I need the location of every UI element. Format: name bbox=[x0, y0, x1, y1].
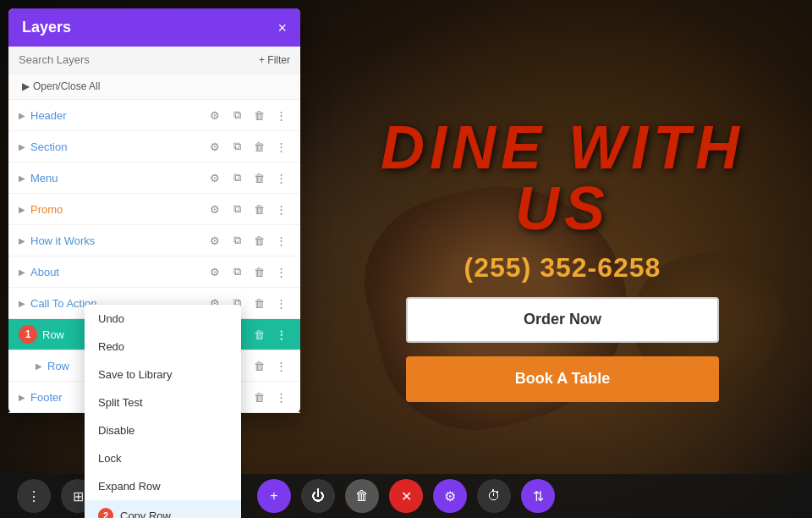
sliders-button[interactable]: ⇅ bbox=[521, 479, 555, 513]
more-icon[interactable]: ⋮ bbox=[272, 106, 290, 124]
layers-close-button[interactable]: × bbox=[277, 20, 287, 36]
settings-icon[interactable]: ⚙ bbox=[206, 137, 224, 156]
copy-icon[interactable]: ⧉ bbox=[228, 231, 246, 250]
chevron-icon: ▶ bbox=[19, 393, 30, 402]
badge-1: 1 bbox=[19, 325, 37, 344]
chevron-icon: ▶ bbox=[19, 267, 30, 277]
ctx-copy-row[interactable]: 2 Copy Row bbox=[85, 500, 241, 518]
more-icon[interactable]: ⋮ bbox=[272, 388, 290, 406]
layers-title: Layers bbox=[22, 19, 71, 36]
layer-name-promo: Promo bbox=[30, 203, 206, 216]
more-icon[interactable]: ⋮ bbox=[272, 200, 290, 218]
layer-name-section: Section bbox=[30, 141, 206, 153]
add-button[interactable]: + bbox=[257, 479, 291, 513]
layer-item-promo[interactable]: ▶ Promo ⚙ ⧉ 🗑 ⋮ bbox=[8, 194, 300, 225]
delete-icon[interactable]: 🗑 bbox=[250, 137, 268, 156]
chevron-icon: ▶ bbox=[19, 205, 30, 214]
more-icon[interactable]: ⋮ bbox=[272, 294, 290, 312]
more-icon[interactable]: ⋮ bbox=[272, 137, 290, 156]
ctx-expand-row[interactable]: Expand Row bbox=[85, 472, 241, 500]
copy-icon[interactable]: ⧉ bbox=[228, 137, 246, 156]
order-now-button[interactable]: Order Now bbox=[406, 297, 719, 343]
layer-actions-section: ⚙ ⧉ 🗑 ⋮ bbox=[206, 137, 290, 156]
trash-button[interactable]: 🗑 bbox=[345, 479, 379, 513]
copy-icon[interactable]: ⧉ bbox=[228, 200, 246, 218]
settings-icon[interactable]: ⚙ bbox=[206, 262, 224, 281]
open-close-chevron: ▶ bbox=[22, 80, 30, 92]
search-bar: + Filter bbox=[8, 47, 300, 74]
history-button[interactable]: ⏱ bbox=[477, 479, 511, 513]
ctx-undo[interactable]: Undo bbox=[85, 305, 241, 333]
chevron-icon: ▶ bbox=[19, 299, 30, 308]
chevron-icon: ▶ bbox=[19, 236, 30, 245]
open-close-all[interactable]: ▶ Open/Close All bbox=[8, 74, 300, 100]
layer-item-menu[interactable]: ▶ Menu ⚙ ⧉ 🗑 ⋮ bbox=[8, 163, 300, 194]
layer-item-header[interactable]: ▶ Header ⚙ ⧉ 🗑 ⋮ bbox=[8, 100, 300, 131]
ctx-disable[interactable]: Disable bbox=[85, 416, 241, 444]
layer-name-about: About bbox=[30, 266, 206, 278]
ctx-split-test[interactable]: Split Test bbox=[85, 388, 241, 416]
layer-item-section[interactable]: ▶ Section ⚙ ⧉ 🗑 ⋮ bbox=[8, 131, 300, 163]
delete-icon[interactable]: 🗑 bbox=[250, 294, 268, 312]
gear-button[interactable]: ⚙ bbox=[433, 479, 467, 513]
settings-icon[interactable]: ⚙ bbox=[206, 106, 224, 124]
layer-actions-menu: ⚙ ⧉ 🗑 ⋮ bbox=[206, 168, 290, 187]
ctx-lock[interactable]: Lock bbox=[85, 444, 241, 472]
chevron-icon: ▶ bbox=[19, 174, 30, 183]
layer-actions-promo: ⚙ ⧉ 🗑 ⋮ bbox=[206, 200, 290, 218]
chevron-icon: ▶ bbox=[19, 111, 30, 120]
copy-icon[interactable]: ⧉ bbox=[228, 106, 246, 124]
layer-name-how-it-works: How it Works bbox=[30, 234, 206, 247]
chevron-icon: ▶ bbox=[36, 361, 47, 371]
settings-icon[interactable]: ⚙ bbox=[206, 168, 224, 187]
chevron-icon: ▶ bbox=[19, 142, 30, 152]
delete-icon[interactable]: 🗑 bbox=[250, 168, 268, 187]
layer-actions-about: ⚙ ⧉ 🗑 ⋮ bbox=[206, 262, 290, 281]
layer-name-header: Header bbox=[30, 109, 206, 122]
delete-icon[interactable]: 🗑 bbox=[250, 325, 268, 344]
open-close-label: Open/Close All bbox=[33, 80, 100, 92]
layer-name-menu: Menu bbox=[30, 172, 206, 185]
context-menu: Undo Redo Save to Library Split Test Dis… bbox=[85, 305, 241, 518]
layer-item-how-it-works[interactable]: ▶ How it Works ⚙ ⧉ 🗑 ⋮ bbox=[8, 225, 300, 256]
hero-title: DINE WITH US bbox=[330, 117, 795, 239]
badge-2: 2 bbox=[98, 508, 113, 518]
settings-icon[interactable]: ⚙ bbox=[206, 231, 224, 250]
delete-icon[interactable]: 🗑 bbox=[250, 388, 268, 406]
settings-icon[interactable]: ⚙ bbox=[206, 200, 224, 218]
layer-item-about[interactable]: ▶ About ⚙ ⧉ 🗑 ⋮ bbox=[8, 256, 300, 288]
delete-icon[interactable]: 🗑 bbox=[250, 262, 268, 281]
delete-icon[interactable]: 🗑 bbox=[250, 356, 268, 375]
close-button[interactable]: ✕ bbox=[389, 479, 423, 513]
ctx-save-to-library[interactable]: Save to Library bbox=[85, 361, 241, 388]
power-button[interactable]: ⏻ bbox=[301, 479, 335, 513]
more-icon[interactable]: ⋮ bbox=[272, 325, 290, 344]
delete-icon[interactable]: 🗑 bbox=[250, 231, 268, 250]
toolbar-center: + ⏻ 🗑 ✕ ⚙ ⏱ ⇅ bbox=[257, 479, 555, 513]
search-input[interactable] bbox=[19, 53, 252, 66]
more-icon[interactable]: ⋮ bbox=[272, 356, 290, 375]
filter-button[interactable]: + Filter bbox=[259, 54, 290, 66]
dots-menu-button[interactable]: ⋮ bbox=[17, 479, 51, 513]
main-content: DINE WITH US (255) 352-6258 Order Now Bo… bbox=[313, 0, 812, 518]
layers-header: Layers × bbox=[8, 8, 300, 47]
more-icon[interactable]: ⋮ bbox=[272, 231, 290, 250]
ctx-redo[interactable]: Redo bbox=[85, 333, 241, 361]
book-table-button[interactable]: Book A Table bbox=[406, 356, 719, 402]
delete-icon[interactable]: 🗑 bbox=[250, 200, 268, 218]
phone-number: (255) 352-6258 bbox=[464, 252, 661, 284]
layer-actions-header: ⚙ ⧉ 🗑 ⋮ bbox=[206, 106, 290, 124]
copy-icon[interactable]: ⧉ bbox=[228, 168, 246, 187]
delete-icon[interactable]: 🗑 bbox=[250, 106, 268, 124]
more-icon[interactable]: ⋮ bbox=[272, 262, 290, 281]
more-icon[interactable]: ⋮ bbox=[272, 168, 290, 187]
layer-actions-how-it-works: ⚙ ⧉ 🗑 ⋮ bbox=[206, 231, 290, 250]
copy-icon[interactable]: ⧉ bbox=[228, 262, 246, 281]
